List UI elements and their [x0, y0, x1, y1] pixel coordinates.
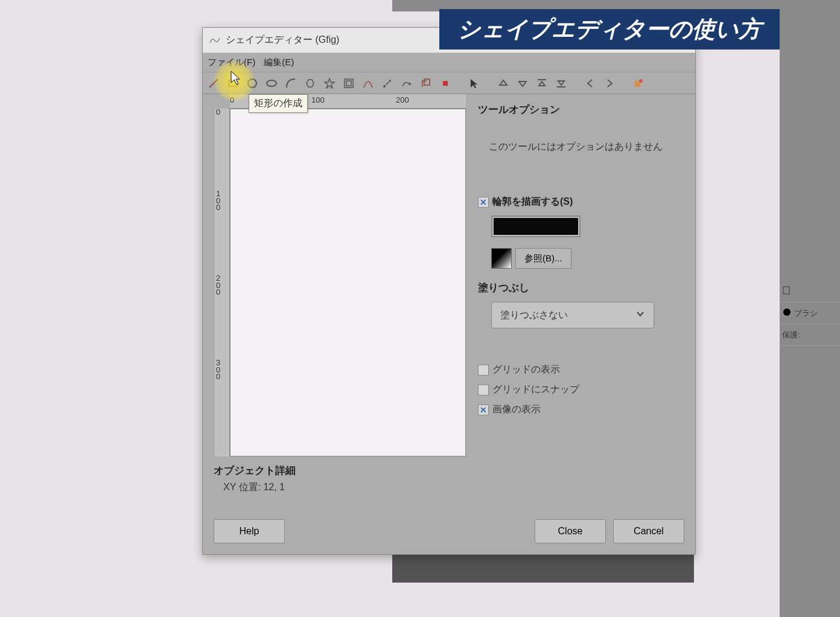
raise-icon[interactable]: [497, 77, 509, 89]
prev-icon[interactable]: [584, 77, 596, 89]
lower-icon[interactable]: [517, 77, 529, 89]
checkbox-checked-icon[interactable]: ✕: [478, 404, 489, 415]
image-show-row[interactable]: ✕ 画像の表示: [478, 403, 683, 416]
object-details-title: オブジェクト詳細: [214, 464, 683, 478]
svg-point-14: [639, 79, 643, 83]
circle-tool-icon[interactable]: [246, 77, 258, 89]
checkbox-checked-icon[interactable]: ✕: [478, 197, 489, 208]
browse-button[interactable]: 参照(B)...: [515, 248, 571, 269]
star-tool-icon[interactable]: [323, 77, 336, 89]
grid-snap-row[interactable]: グリッドにスナップ: [478, 383, 683, 396]
tutorial-banner: シェイプエディターの使い方: [439, 9, 780, 50]
protect-label: 保護:: [782, 330, 800, 340]
chevron-down-icon: [635, 309, 645, 321]
svg-point-1: [783, 308, 791, 316]
polygon-tool-icon[interactable]: [304, 77, 316, 89]
bezier-tool-icon[interactable]: [362, 77, 374, 89]
svg-point-8: [383, 85, 386, 88]
menu-edit[interactable]: 編集(E): [264, 57, 294, 68]
xy-position-label: XY 位置: 12, 1: [223, 481, 683, 494]
ruler-v-100: 100: [216, 190, 220, 211]
copy-tool-icon[interactable]: [420, 77, 432, 89]
lower-bottom-icon[interactable]: [555, 77, 567, 89]
dock-row-brush[interactable]: ブラシ: [780, 302, 840, 324]
ruler-vertical: 0 100 200 300: [215, 109, 230, 456]
move-object-tool-icon[interactable]: [401, 77, 413, 89]
svg-rect-10: [443, 81, 448, 86]
gradient-swatch[interactable]: [491, 248, 512, 269]
svg-rect-0: [783, 287, 789, 294]
bg-panel-bottom: [392, 552, 694, 583]
checkbox-unchecked-icon[interactable]: [478, 365, 489, 376]
ruler-h-100: 100: [311, 95, 325, 104]
ruler-v-300: 300: [216, 359, 220, 380]
move-point-tool-icon[interactable]: [381, 77, 393, 89]
close-button[interactable]: Close: [535, 519, 606, 543]
browse-row: 参照(B)...: [491, 248, 683, 269]
svg-rect-7: [346, 81, 351, 86]
ellipse-tool-icon[interactable]: [266, 77, 278, 89]
grid-show-row[interactable]: グリッドの表示: [478, 363, 683, 376]
image-show-label: 画像の表示: [492, 403, 541, 416]
svg-rect-6: [345, 79, 353, 88]
dialog-buttons: Help Close Cancel: [214, 519, 684, 543]
spiral-tool-icon[interactable]: [343, 77, 355, 89]
grid-snap-label: グリッドにスナップ: [492, 383, 579, 396]
main-area: 0 100 200 0 100 200 300 ツールオプション このツールには…: [203, 94, 695, 456]
stroke-color-swatch[interactable]: [491, 216, 581, 237]
menu-file[interactable]: ファイル(F): [208, 57, 255, 68]
fill-dropdown[interactable]: 塗りつぶさない: [491, 302, 654, 328]
ruler-v-200: 200: [216, 275, 220, 296]
next-icon[interactable]: [603, 77, 616, 89]
delete-tool-icon[interactable]: [439, 77, 451, 89]
dock-row-new[interactable]: [780, 281, 840, 302]
svg-point-4: [248, 79, 256, 88]
canvas[interactable]: [230, 109, 466, 456]
no-options-text: このツールにはオプションはありません: [489, 141, 683, 153]
svg-point-5: [267, 80, 276, 86]
toolbar: 矩形の作成: [203, 72, 695, 94]
brush-icon: [782, 307, 792, 319]
checkbox-unchecked-icon[interactable]: [478, 385, 489, 395]
arc-tool-icon[interactable]: [285, 77, 297, 89]
stroke-checkbox-row[interactable]: ✕ 輪郭を描画する(S): [478, 196, 683, 208]
rectangle-tool-icon[interactable]: [227, 77, 239, 89]
cancel-button[interactable]: Cancel: [613, 519, 684, 543]
svg-line-2: [209, 79, 218, 88]
fill-dropdown-value: 塗りつぶさない: [500, 309, 568, 322]
gfig-dialog: シェイプエディター (Gfig) ファイル(F) 編集(E) 矩形の作成: [202, 27, 696, 555]
menubar: ファイル(F) 編集(E): [203, 53, 695, 72]
tool-options-title: ツールオプション: [478, 103, 683, 117]
select-tool-icon[interactable]: [468, 77, 480, 89]
right-dock: ブラシ 保護:: [780, 0, 840, 617]
ruler-v-0: 0: [216, 109, 220, 116]
line-tool-icon[interactable]: [208, 77, 220, 89]
fill-title: 塗りつぶし: [478, 281, 683, 295]
show-all-icon[interactable]: [632, 77, 644, 89]
ruler-h-0: 0: [230, 95, 234, 104]
tooltip: 矩形の作成: [249, 94, 308, 113]
help-button[interactable]: Help: [214, 519, 285, 543]
brush-label: ブラシ: [794, 308, 818, 319]
object-details: オブジェクト詳細 XY 位置: 12, 1: [203, 456, 695, 494]
ruler-h-200: 200: [396, 95, 409, 104]
svg-point-9: [409, 83, 411, 85]
svg-rect-3: [229, 80, 237, 86]
app-icon: [209, 34, 221, 46]
tool-options-panel: ツールオプション このツールにはオプションはありません ✕ 輪郭を描画する(S)…: [466, 94, 695, 456]
canvas-area: 0 100 200 0 100 200 300: [203, 94, 466, 456]
dock-row-protect: 保護:: [780, 324, 840, 346]
window-title: シェイプエディター (Gfig): [226, 34, 339, 46]
new-icon: [782, 286, 792, 297]
grid-show-label: グリッドの表示: [492, 363, 560, 376]
raise-top-icon[interactable]: [536, 77, 548, 89]
stroke-label: 輪郭を描画する(S): [492, 196, 573, 208]
